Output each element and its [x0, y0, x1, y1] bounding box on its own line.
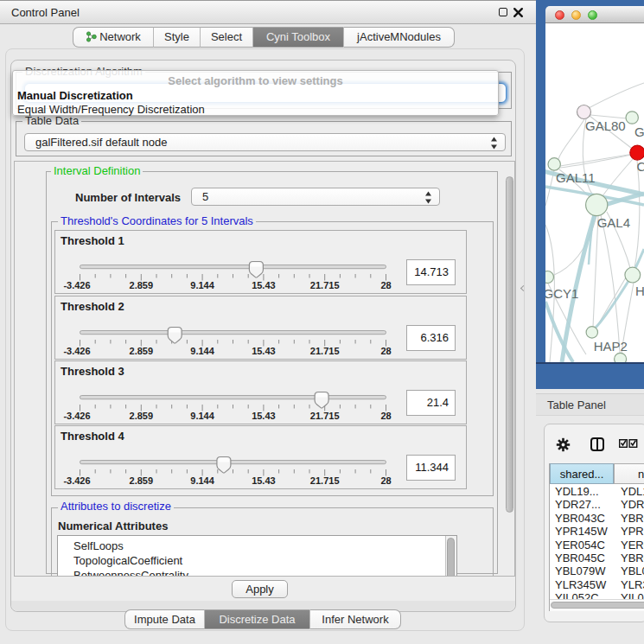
- svg-text:9.144: 9.144: [190, 346, 214, 356]
- svg-text:-3.426: -3.426: [63, 475, 90, 486]
- svg-text:GAL11: GAL11: [556, 170, 596, 185]
- svg-text:2.859: 2.859: [130, 280, 154, 290]
- svg-text:9.144: 9.144: [190, 280, 214, 290]
- svg-text:21.715: 21.715: [310, 475, 340, 486]
- svg-text:2.859: 2.859: [130, 411, 154, 421]
- svg-text:28: 28: [380, 280, 391, 290]
- svg-text:GCY1: GCY1: [545, 286, 578, 301]
- svg-text:28: 28: [380, 475, 391, 486]
- svg-text:-3.426: -3.426: [63, 411, 90, 421]
- svg-text:15.43: 15.43: [252, 346, 276, 356]
- svg-text:28: 28: [380, 411, 391, 421]
- svg-text:-3.426: -3.426: [63, 346, 90, 356]
- svg-text:21.715: 21.715: [310, 280, 340, 290]
- svg-text:H: H: [635, 284, 644, 298]
- svg-text:28: 28: [380, 346, 391, 356]
- svg-text:21.715: 21.715: [310, 346, 340, 356]
- svg-text:15.43: 15.43: [252, 280, 276, 290]
- svg-text:HAP2: HAP2: [594, 339, 628, 354]
- svg-text:2.859: 2.859: [130, 475, 154, 486]
- svg-text:15.43: 15.43: [252, 411, 276, 421]
- svg-text:21.715: 21.715: [310, 411, 340, 421]
- svg-text:C: C: [637, 159, 644, 174]
- svg-text:GA: GA: [634, 124, 644, 139]
- svg-text:15.43: 15.43: [252, 475, 276, 486]
- svg-text:-3.426: -3.426: [63, 280, 90, 290]
- svg-text:2.859: 2.859: [130, 346, 154, 356]
- svg-text:GAL80: GAL80: [585, 118, 626, 133]
- svg-text:9.144: 9.144: [190, 475, 214, 486]
- svg-text:GAL4: GAL4: [597, 215, 630, 230]
- svg-text:9.144: 9.144: [190, 411, 214, 421]
